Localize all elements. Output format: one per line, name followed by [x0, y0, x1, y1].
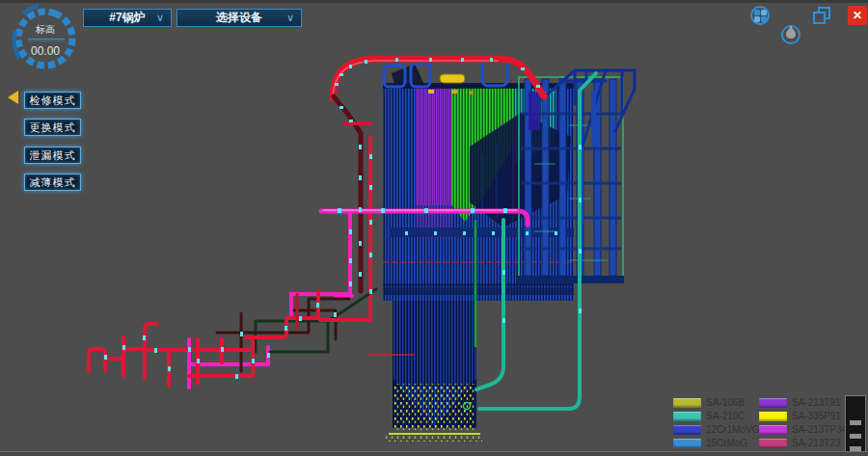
window-bottom-edge: [0, 451, 868, 456]
legend-swatch: [759, 439, 787, 448]
legend-label: SA-106B: [706, 397, 745, 408]
mode-button-thinning[interactable]: 减薄模式: [24, 174, 81, 191]
grid-square: [754, 10, 760, 15]
grid-square: [761, 10, 767, 15]
legend-swatch: [673, 412, 701, 421]
legend-label: SA-213T91: [792, 397, 841, 408]
legend-scrollbar[interactable]: [845, 395, 866, 456]
device-select-value: 选择设备: [216, 10, 262, 26]
mode-button-leak[interactable]: 泄漏模式: [24, 147, 81, 164]
furnace-lower-column: [368, 301, 482, 442]
boiler-3d-viewport[interactable]: [0, 0, 868, 456]
legend-item[interactable]: SA-210C: [673, 411, 746, 421]
close-button[interactable]: ✕: [848, 6, 867, 25]
legend-label: SA-335P91: [792, 411, 841, 421]
chevron-down-icon: ∨: [156, 12, 164, 24]
grid-square: [761, 16, 767, 22]
elevation-gauge: 标高 00.00: [4, 2, 87, 79]
legend-item[interactable]: SA-213T23: [759, 438, 841, 448]
boiler-select-value: #7锅炉: [109, 10, 145, 26]
legend-swatch: [759, 398, 787, 408]
gauge-ring: [4, 2, 87, 79]
mode-button-replace[interactable]: 更换模式: [24, 119, 81, 136]
legend-item[interactable]: SA-106B: [673, 397, 745, 408]
legend-label: SA-210C: [706, 411, 746, 421]
legend-swatch: [673, 439, 701, 448]
gauge-divider: [28, 39, 65, 40]
gauge-label: 标高: [4, 23, 87, 37]
layers-icon[interactable]: [812, 6, 833, 27]
legend-item[interactable]: 15CrMoG: [673, 438, 747, 448]
scrollbar-mark: [850, 434, 861, 439]
boiler-select-dropdown[interactable]: #7锅炉 ∨: [83, 9, 172, 27]
scrollbar-mark: [850, 420, 861, 425]
chevron-down-icon: ∨: [286, 12, 294, 24]
apps-grid-icon[interactable]: [750, 6, 770, 25]
legend-label: 12Cr1MoVG: [706, 424, 760, 435]
panel-collapse-arrow[interactable]: [8, 91, 18, 104]
grid-square: [754, 16, 760, 22]
mode-button-overhaul[interactable]: 检修模式: [24, 92, 81, 109]
legend-label: 15CrMoG: [706, 438, 747, 448]
droplet-icon[interactable]: [781, 25, 800, 44]
legend-swatch: [759, 425, 787, 435]
droplet-shape: [786, 29, 796, 39]
legend-item[interactable]: 12Cr1MoVG: [673, 424, 760, 435]
legend-swatch: [759, 412, 787, 421]
legend-label: SA-213T23: [792, 438, 841, 448]
legend-swatch: [673, 398, 701, 408]
legend-swatch: [673, 425, 701, 435]
device-select-dropdown[interactable]: 选择设备 ∨: [176, 9, 302, 27]
layer-front: [813, 12, 826, 24]
gauge-value: 00.00: [4, 44, 87, 58]
lower-left-pipe-network: [89, 289, 376, 386]
legend-item[interactable]: SA-335P91: [759, 411, 841, 421]
legend-item[interactable]: SA-213T91: [759, 397, 841, 408]
hanger-pipe: [591, 91, 596, 147]
